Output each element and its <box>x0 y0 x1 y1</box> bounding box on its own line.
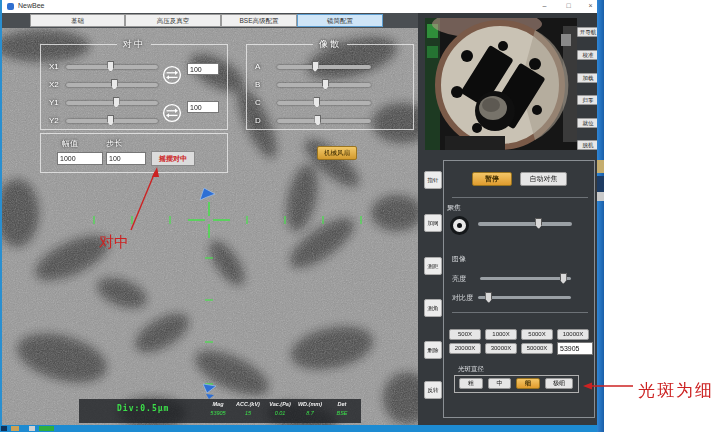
astig-c-label: C <box>255 98 261 107</box>
mechanical-fan-button[interactable]: 机械风扇 <box>317 146 357 160</box>
status-wd: WD.(mm)8.7 <box>293 401 327 416</box>
focus-radio[interactable] <box>450 216 469 235</box>
divider <box>452 312 588 313</box>
brightness-slider[interactable] <box>480 277 571 280</box>
x1-label: X1 <box>49 62 59 71</box>
mag-500x-button[interactable]: 500X <box>449 329 481 340</box>
div-scale-label: Div:0.5μm <box>117 404 169 413</box>
centering-group: 对中 X1 X2 Y1 Y2 <box>40 38 228 130</box>
window-title: NewBee <box>18 2 44 9</box>
astig-d-label: D <box>255 116 261 125</box>
astigmatism-group: 像散 A B C D <box>246 38 414 130</box>
title-bar: NewBee – □ × <box>0 0 598 13</box>
amplitude-label: 幅值 <box>62 138 78 149</box>
y1-label: Y1 <box>49 98 59 107</box>
y-rotate-icon[interactable] <box>162 103 182 123</box>
nav-button-navigation[interactable]: 开导航 <box>577 27 599 37</box>
focus-label: 聚焦 <box>447 203 461 213</box>
tab-bse-advanced[interactable]: BSE高级配置 <box>221 14 297 27</box>
tool-button-grid[interactable]: 加网 <box>424 214 442 232</box>
amplitude-step-group: 幅值 步长 摇摆对中 <box>40 133 228 173</box>
status-det: DetBSE <box>325 401 359 416</box>
screenshot-stage: NewBee – □ × 基础 高压及真空 BSE高级配置 镜筒配置 <box>0 0 720 432</box>
tab-basic[interactable]: 基础 <box>30 14 125 27</box>
status-mag: Mag53905 <box>201 401 235 416</box>
spot-coarse-button[interactable]: 粗 <box>459 378 483 389</box>
y2-slider-thumb[interactable] <box>107 115 114 126</box>
tool-button-measure[interactable]: 测距 <box>424 257 442 275</box>
x-rotate-icon[interactable] <box>162 65 182 85</box>
astig-b-slider[interactable] <box>277 83 371 87</box>
mag-10000x-button[interactable]: 10000X <box>557 329 589 340</box>
background-window-sliver <box>597 176 604 192</box>
taskbar-item[interactable] <box>1 426 7 431</box>
astig-a-thumb[interactable] <box>312 61 319 72</box>
pause-button[interactable]: 暂停 <box>472 172 512 186</box>
nav-button-position[interactable]: 就位 <box>577 118 599 128</box>
taskbar-item[interactable] <box>29 426 35 431</box>
nav-button-offline[interactable]: 脱机 <box>577 140 599 150</box>
tool-button-pointer[interactable]: 指针 <box>424 171 442 189</box>
x2-label: X2 <box>49 80 59 89</box>
focus-slider[interactable] <box>478 222 572 226</box>
spot-annotation: 光斑为细 <box>638 381 714 400</box>
status-acc: ACC.(kV)15 <box>231 401 265 416</box>
x2-slider-thumb[interactable] <box>111 79 118 90</box>
maximize-button[interactable]: □ <box>560 0 577 12</box>
background-window-sliver <box>597 160 604 173</box>
magnification-field[interactable] <box>557 342 593 355</box>
x1-slider-thumb[interactable] <box>107 61 114 72</box>
astig-a-label: A <box>255 62 260 71</box>
mag-20000x-button[interactable]: 20000X <box>449 343 481 354</box>
status-bar: Div:0.5μm Mag53905 ACC.(kV)15 Vac.(Pa)0.… <box>79 399 361 423</box>
wobble-align-button[interactable]: 摇摆对中 <box>151 151 195 166</box>
tool-button-angle[interactable]: 测角 <box>424 299 442 317</box>
contrast-slider[interactable] <box>478 296 571 299</box>
spot-extrafine-button[interactable]: 极细 <box>545 378 573 389</box>
spot-medium-button[interactable]: 中 <box>488 378 511 389</box>
tab-column-config[interactable]: 镜筒配置 <box>297 14 383 27</box>
tab-hv-vacuum[interactable]: 高压及真空 <box>125 14 221 27</box>
autofocus-button[interactable]: 自动对焦 <box>520 172 567 186</box>
taskbar <box>0 425 598 432</box>
astig-b-label: B <box>255 80 260 89</box>
app-icon <box>7 3 14 10</box>
step-label: 步长 <box>106 138 122 149</box>
window-border <box>0 0 2 426</box>
amplitude-field[interactable] <box>57 152 103 165</box>
astig-d-slider[interactable] <box>277 119 371 123</box>
y1-slider[interactable] <box>66 101 158 105</box>
nav-button-calibrate[interactable]: 校准 <box>577 50 599 60</box>
nav-button-zero[interactable]: 归零 <box>577 95 599 105</box>
mag-1000x-button[interactable]: 1000X <box>485 329 517 340</box>
nav-button-load[interactable]: 加载 <box>577 73 599 83</box>
y1-slider-thumb[interactable] <box>113 97 120 108</box>
centering-group-title: 对中 <box>117 38 151 51</box>
spot-size-label: 光斑直径 <box>458 365 484 374</box>
step-field[interactable] <box>106 152 146 165</box>
astig-a-slider[interactable] <box>277 65 371 69</box>
status-vac: Vac.(Pa)0.01 <box>263 401 297 416</box>
window-border <box>597 0 604 432</box>
y-gain-field[interactable] <box>187 101 219 113</box>
astig-b-thumb[interactable] <box>322 79 329 90</box>
x-gain-field[interactable] <box>187 63 219 75</box>
minimize-button[interactable]: – <box>536 0 553 12</box>
astig-c-slider[interactable] <box>277 101 371 105</box>
spot-fine-button[interactable]: 细 <box>516 378 540 389</box>
mag-50000x-button[interactable]: 50000X <box>521 343 553 354</box>
mag-30000x-button[interactable]: 30000X <box>485 343 517 354</box>
taskbar-item[interactable] <box>11 426 19 431</box>
y2-slider[interactable] <box>66 119 158 123</box>
astig-c-thumb[interactable] <box>313 97 320 108</box>
x1-slider[interactable] <box>66 65 158 69</box>
tool-button-delete[interactable]: 删除 <box>424 341 442 359</box>
app-window: NewBee – □ × 基础 高压及真空 BSE高级配置 镜筒配置 <box>0 0 598 432</box>
mag-5000x-button[interactable]: 5000X <box>521 329 553 340</box>
x2-slider[interactable] <box>66 83 158 87</box>
y2-label: Y2 <box>49 116 59 125</box>
astig-d-thumb[interactable] <box>314 115 321 126</box>
astigmatism-group-title: 像散 <box>313 38 347 51</box>
tool-button-invert[interactable]: 反转 <box>424 381 442 399</box>
taskbar-item[interactable] <box>39 426 54 431</box>
